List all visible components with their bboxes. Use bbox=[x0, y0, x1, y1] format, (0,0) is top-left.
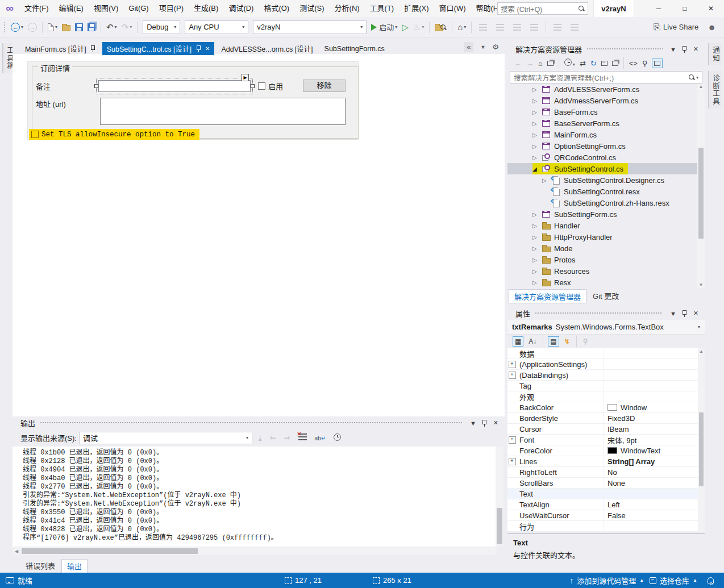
dropdown-caret-icon[interactable]: ▲ bbox=[639, 578, 644, 583]
menu-item[interactable]: 视图(V) bbox=[89, 0, 123, 17]
property-expander-icon[interactable] bbox=[507, 361, 517, 368]
property-row[interactable]: UseWaitCursor False bbox=[507, 510, 705, 521]
tree-expander-icon[interactable] bbox=[532, 211, 542, 218]
property-row[interactable]: Tag bbox=[507, 381, 705, 391]
redo-button[interactable]: ↷▾ bbox=[120, 20, 134, 34]
tree-expander-icon[interactable] bbox=[532, 98, 542, 104]
tree-item[interactable]: Resources bbox=[507, 265, 705, 277]
menu-item[interactable]: 工具(T) bbox=[365, 0, 400, 17]
property-expander-icon[interactable] bbox=[507, 436, 517, 444]
start-without-debugging-button[interactable]: ▷ bbox=[400, 20, 410, 34]
tls-allow-insecure-checkbox[interactable]: Set TLS allowInsecure option to True bbox=[29, 129, 199, 140]
tree-item[interactable]: OptionSettingForm.cs bbox=[507, 140, 705, 152]
tool-window-tab[interactable]: 错误列表 bbox=[20, 559, 60, 572]
window-position-icon[interactable]: ▼ bbox=[470, 420, 476, 427]
align-lefts-button[interactable] bbox=[475, 20, 491, 34]
scrollbar-thumb[interactable] bbox=[698, 148, 704, 239]
selected-object-combo[interactable]: txtRemarks System.Windows.Forms.TextBox … bbox=[507, 320, 705, 335]
dropdown-icon[interactable]: ▾ bbox=[698, 324, 700, 330]
profiler-button[interactable]: ♨▾ bbox=[411, 20, 426, 34]
property-row[interactable]: ForeColor WindowText bbox=[507, 445, 705, 456]
pin-icon[interactable] bbox=[683, 46, 687, 53]
alphabetical-sort-icon[interactable]: A↓ bbox=[527, 337, 538, 346]
goto-message-icon[interactable]: ⤓ bbox=[259, 433, 262, 443]
forward-icon[interactable]: → bbox=[526, 59, 534, 68]
resize-handle-right[interactable] bbox=[251, 84, 255, 88]
vertical-tool-tab[interactable]: 通知 bbox=[708, 43, 722, 65]
view-code-icon[interactable]: <> bbox=[629, 59, 638, 68]
tree-item[interactable]: BaseServerForm.cs bbox=[507, 118, 705, 129]
property-row[interactable]: (DataBindings) bbox=[507, 370, 705, 381]
menu-item[interactable]: 文件(F) bbox=[19, 0, 54, 17]
editor-tab[interactable]: SubSettingForm.cs ✕ bbox=[320, 42, 389, 55]
enable-checkbox[interactable]: 启用 bbox=[258, 81, 283, 91]
scrollbar-thumb[interactable] bbox=[497, 508, 502, 544]
refresh-icon[interactable]: ↻ bbox=[590, 59, 597, 68]
timestamp-icon[interactable] bbox=[334, 433, 341, 443]
start-debug-button[interactable]: 启动▾ bbox=[369, 20, 399, 34]
align-tops-button[interactable] bbox=[509, 20, 525, 34]
tree-expander-icon[interactable] bbox=[532, 166, 542, 172]
tree-item[interactable]: SubSettingForm.cs bbox=[507, 208, 705, 220]
scrollbar-thumb[interactable] bbox=[22, 548, 198, 554]
align-rights-button[interactable] bbox=[492, 20, 508, 34]
pin-icon[interactable] bbox=[196, 45, 201, 52]
property-row[interactable]: 行为 bbox=[507, 521, 705, 532]
tool-window-tab[interactable]: 输出 bbox=[61, 559, 88, 573]
collapse-all-icon[interactable] bbox=[601, 59, 608, 68]
property-row[interactable]: Cursor IBeam bbox=[507, 424, 705, 435]
undo-button[interactable]: ↶▾ bbox=[105, 20, 119, 34]
scroll-down-arrow-icon[interactable]: ▼ bbox=[697, 282, 705, 287]
close-icon[interactable]: ✕ bbox=[693, 310, 698, 317]
pending-changes-filter-icon[interactable]: ▾ bbox=[564, 59, 575, 68]
open-file-button[interactable] bbox=[60, 20, 72, 34]
search-icon[interactable] bbox=[578, 5, 585, 12]
next-message-icon[interactable]: ⇒ bbox=[284, 433, 290, 442]
menu-item[interactable]: 窗口(W) bbox=[434, 0, 471, 17]
output-vertical-scrollbar[interactable] bbox=[496, 447, 504, 547]
make-same-height-button[interactable] bbox=[567, 20, 582, 34]
events-lightning-icon[interactable]: ↯ bbox=[563, 337, 572, 346]
resize-handle-left[interactable] bbox=[94, 84, 98, 88]
menu-item[interactable]: Git(G) bbox=[123, 0, 153, 17]
close-icon[interactable]: ✕ bbox=[493, 419, 498, 427]
solution-explorer-shortcut-button[interactable]: ⌂▾ bbox=[456, 20, 468, 34]
tab-list-dropdown-icon[interactable]: ▼ bbox=[480, 44, 485, 50]
tree-item[interactable]: HttpProxyHandler bbox=[507, 231, 705, 243]
output-console[interactable]: 线程 0x1b00 已退出，返回值为 0 (0x0)。线程 0x2128 已退出… bbox=[13, 447, 497, 547]
dropdown-caret-icon[interactable]: ▲ bbox=[693, 578, 697, 583]
startup-project-combo[interactable]: v2rayN▾ bbox=[253, 20, 367, 34]
tree-expander-icon[interactable] bbox=[532, 143, 542, 149]
solution-search-input[interactable]: 搜索解决方案资源管理器(Ctrl+;) ▾ bbox=[510, 71, 702, 84]
live-share-button[interactable]: ⎘Live Share bbox=[654, 23, 698, 31]
property-row[interactable]: RightToLeft No bbox=[507, 467, 705, 478]
save-button[interactable] bbox=[73, 20, 85, 34]
message-bubble-icon[interactable] bbox=[6, 577, 14, 583]
make-same-width-button[interactable] bbox=[550, 20, 565, 34]
preview-selected-items-icon[interactable] bbox=[652, 59, 663, 68]
tree-expander-icon[interactable] bbox=[532, 120, 542, 127]
properties-view-icon[interactable]: ▤ bbox=[548, 336, 559, 347]
find-in-files-button[interactable] bbox=[433, 20, 448, 34]
notifications-bell-icon[interactable] bbox=[708, 577, 714, 583]
close-button[interactable]: ✕ bbox=[698, 0, 724, 17]
tree-expander-icon[interactable] bbox=[532, 268, 542, 274]
tree-expander-icon[interactable] bbox=[532, 109, 542, 115]
scroll-left-arrow-icon[interactable]: ◀ bbox=[13, 549, 20, 554]
explorer-tab[interactable]: Git 更改 bbox=[588, 289, 624, 303]
tree-expander-icon[interactable] bbox=[532, 280, 542, 286]
tree-item[interactable]: Resx bbox=[507, 277, 705, 288]
menu-item[interactable]: 测试(S) bbox=[294, 0, 329, 17]
solution-platform-combo[interactable]: Any CPU▾ bbox=[185, 20, 248, 34]
tree-item[interactable]: BaseForm.cs bbox=[507, 106, 705, 118]
scrollbar-thumb[interactable] bbox=[699, 412, 704, 486]
output-panel-header[interactable]: 输出 ▼ ✕ bbox=[13, 416, 505, 429]
maximize-button[interactable]: □ bbox=[672, 0, 698, 17]
tree-vertical-scrollbar[interactable]: ▲ ▼ bbox=[697, 84, 705, 288]
property-pages-wrench-icon[interactable]: ⚲ bbox=[581, 337, 590, 346]
output-horizontal-scrollbar[interactable]: ◀ bbox=[13, 547, 497, 555]
pin-icon[interactable] bbox=[683, 310, 687, 317]
tree-expander-icon[interactable] bbox=[532, 257, 542, 263]
grid-vertical-scrollbar[interactable]: ▲ bbox=[698, 348, 705, 532]
user-control-surface[interactable]: 订阅详情 备注 ▶ 启用 移除 地址 (url) Set bbox=[27, 61, 359, 140]
